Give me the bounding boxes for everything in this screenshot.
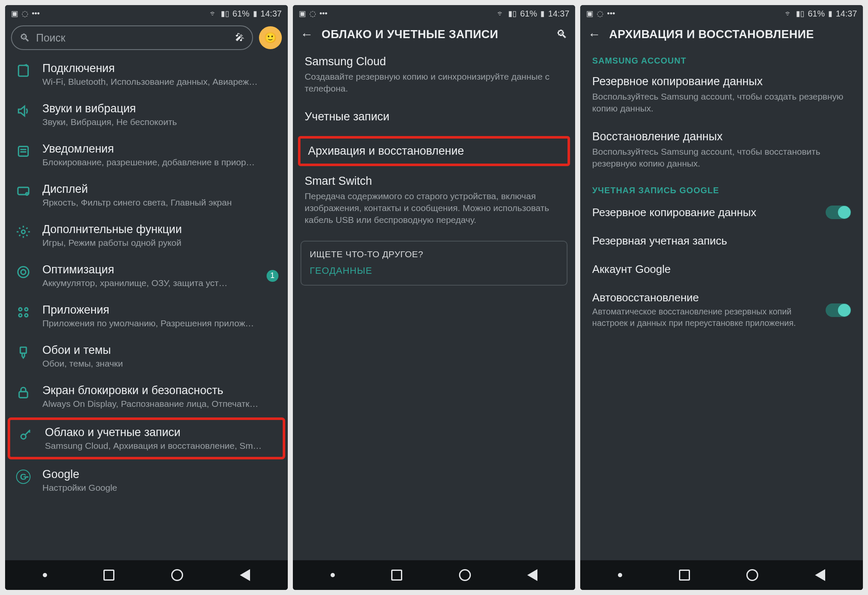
notify-icon xyxy=(16,144,31,158)
assistant-dot-icon[interactable] xyxy=(43,573,47,577)
screen-settings-main: ▣ ◌ ••• ᯤ ▮▯ 61% ▮ 14:37 🔍︎ Поиск 🎤︎ 🙂 П… xyxy=(5,5,288,590)
gear-icon xyxy=(16,225,31,239)
entry-samsung-restore[interactable]: Восстановление данных Воспользуйтесь Sam… xyxy=(580,123,863,178)
sound-icon xyxy=(16,104,31,118)
status-bar: ▣ ◌ ••• ᯤ ▮▯ 61% ▮ 14:37 xyxy=(5,5,288,22)
app-bar: ← ОБЛАКО И УЧЕТНЫЕ ЗАПИСИ 🔍︎ xyxy=(293,22,576,48)
svg-point-11 xyxy=(19,314,22,317)
recent-apps-button[interactable] xyxy=(103,570,114,581)
recent-apps-button[interactable] xyxy=(391,570,402,581)
navbar xyxy=(580,560,863,590)
navbar xyxy=(293,560,576,590)
svg-point-6 xyxy=(22,230,25,234)
entry-google-backup[interactable]: Резервное копирование данных xyxy=(580,198,863,227)
search-row: 🔍︎ Поиск 🎤︎ 🙂 xyxy=(5,22,288,54)
more-icon: ••• xyxy=(320,9,328,18)
back-button[interactable] xyxy=(527,569,537,581)
search-icon[interactable]: 🔍︎ xyxy=(556,28,568,41)
mic-icon[interactable]: 🎤︎ xyxy=(235,32,245,43)
gallery-icon: ▣ xyxy=(299,9,306,18)
clock: 14:37 xyxy=(548,9,569,19)
battery-pct: 61% xyxy=(808,9,825,19)
setting-sounds[interactable]: Звуки и вибрацияЗвуки, Вибрация, Не бесп… xyxy=(5,95,288,135)
status-icon: ◌ xyxy=(597,9,604,18)
card-title: ИЩЕТЕ ЧТО-ТО ДРУГОЕ? xyxy=(310,249,559,259)
svg-point-10 xyxy=(25,308,28,311)
recent-apps-button[interactable] xyxy=(679,570,690,581)
brush-icon xyxy=(16,345,31,360)
google-icon: G xyxy=(16,470,31,484)
svg-rect-13 xyxy=(20,347,26,353)
wifi-icon: ᯤ xyxy=(497,9,505,18)
status-bar: ▣◌••• ᯤ▮▯61%▮14:37 xyxy=(580,5,863,22)
home-button[interactable] xyxy=(746,569,758,581)
setting-optimize[interactable]: ОптимизацияАккумулятор, хранилище, ОЗУ, … xyxy=(5,256,288,296)
entry-google-account[interactable]: Аккаунт Google xyxy=(580,255,863,284)
setting-lockscreen[interactable]: Экран блокировки и безопасностьAlways On… xyxy=(5,376,288,417)
svg-rect-0 xyxy=(19,65,28,76)
card-link-geodata[interactable]: ГЕОДАННЫЕ xyxy=(310,265,559,276)
key-icon xyxy=(19,428,33,442)
screen-cloud-accounts: ▣◌••• ᯤ▮▯61%▮14:37 ← ОБЛАКО И УЧЕТНЫЕ ЗА… xyxy=(293,5,576,590)
setting-notifications[interactable]: УведомленияБлокирование, разрешение, доб… xyxy=(5,135,288,175)
svg-point-15 xyxy=(21,434,26,439)
setting-google[interactable]: G GoogleНастройки Google xyxy=(5,460,288,500)
avatar[interactable]: 🙂 xyxy=(259,26,282,49)
search-icon: 🔍︎ xyxy=(19,32,30,44)
entry-backup-account[interactable]: Резервная учетная запись xyxy=(580,227,863,255)
suggestion-card: ИЩЕТЕ ЧТО-ТО ДРУГОЕ? ГЕОДАННЫЕ xyxy=(300,241,568,286)
clock: 14:37 xyxy=(261,9,282,19)
entry-backup-restore[interactable]: Архивация и восстановление xyxy=(298,136,570,166)
setting-cloud-accounts[interactable]: Облако и учетные записиSamsung Cloud, Ар… xyxy=(8,417,285,459)
assistant-dot-icon[interactable] xyxy=(331,573,335,577)
entry-accounts[interactable]: Учетные записи xyxy=(293,103,576,134)
back-button[interactable] xyxy=(815,569,825,581)
display-icon xyxy=(16,184,31,199)
status-icon: ◌ xyxy=(309,9,316,18)
setting-display[interactable]: ДисплейЯркость, Фильтр синего света, Гла… xyxy=(5,175,288,215)
svg-rect-4 xyxy=(18,187,29,195)
setting-wallpaper[interactable]: Обои и темыОбои, темы, значки xyxy=(5,336,288,376)
setting-apps[interactable]: ПриложенияПриложения по умолчанию, Разре… xyxy=(5,296,288,336)
battery-icon: ▮ xyxy=(253,9,257,18)
search-input[interactable]: 🔍︎ Поиск 🎤︎ xyxy=(11,25,253,50)
wifi-icon: ᯤ xyxy=(785,9,793,18)
battery-pct: 61% xyxy=(520,9,537,19)
battery-pct: 61% xyxy=(233,9,250,19)
back-icon[interactable]: ← xyxy=(300,27,313,42)
settings-list: ПодключенияWi-Fi, Bluetooth, Использован… xyxy=(5,54,288,560)
entry-smart-switch[interactable]: Smart Switch Передача содержимого со ста… xyxy=(293,168,576,235)
app-bar: ← АРХИВАЦИЯ И ВОССТАНОВЛЕНИЕ xyxy=(580,22,863,48)
home-button[interactable] xyxy=(459,569,471,581)
entry-samsung-cloud[interactable]: Samsung Cloud Создавайте резервную копию… xyxy=(293,48,576,103)
badge-count: 1 xyxy=(267,270,278,282)
screen-backup-restore: ▣◌••• ᯤ▮▯61%▮14:37 ← АРХИВАЦИЯ И ВОССТАН… xyxy=(580,5,863,590)
entry-auto-restore[interactable]: Автовосстановление Автоматическое восста… xyxy=(580,284,863,336)
cloud-list: Samsung Cloud Создавайте резервную копию… xyxy=(293,48,576,560)
signal-icon: ▮▯ xyxy=(221,9,229,18)
toggle-auto-restore[interactable] xyxy=(826,303,851,317)
setting-connections[interactable]: ПодключенияWi-Fi, Bluetooth, Использован… xyxy=(5,54,288,95)
assistant-dot-icon[interactable] xyxy=(618,573,622,577)
home-button[interactable] xyxy=(171,569,183,581)
entry-samsung-backup[interactable]: Резервное копирование данных Воспользуйт… xyxy=(580,68,863,123)
connections-icon xyxy=(16,64,31,78)
apps-icon xyxy=(16,305,31,320)
lock-icon xyxy=(16,386,31,400)
clock: 14:37 xyxy=(836,9,857,19)
battery-icon: ▮ xyxy=(828,9,832,18)
section-samsung: SAMSUNG ACCOUNT xyxy=(580,48,863,68)
back-button[interactable] xyxy=(240,569,250,581)
toggle-google-backup[interactable] xyxy=(826,206,851,219)
backup-list: SAMSUNG ACCOUNT Резервное копирование да… xyxy=(580,48,863,560)
search-placeholder: Поиск xyxy=(36,32,65,44)
navbar xyxy=(5,560,288,590)
setting-advanced[interactable]: Дополнительные функцииИгры, Режим работы… xyxy=(5,215,288,256)
gallery-icon: ▣ xyxy=(586,9,593,18)
section-google: УЧЕТНАЯ ЗАПИСЬ GOOGLE xyxy=(580,178,863,198)
optimize-icon xyxy=(16,265,31,279)
signal-icon: ▮▯ xyxy=(508,9,517,18)
back-icon[interactable]: ← xyxy=(588,27,601,42)
more-icon: ••• xyxy=(32,9,40,18)
wifi-icon: ᯤ xyxy=(210,9,217,18)
